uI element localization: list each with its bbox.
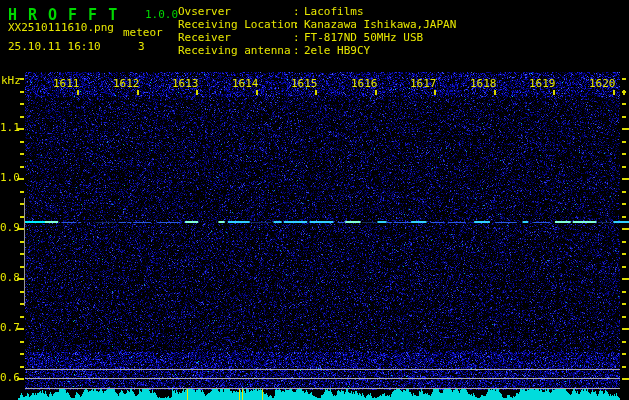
- info-row-receiver: Receiver:FT-817ND 50MHz USB: [178, 31, 456, 44]
- filename: XX2510111610.png: [8, 22, 114, 34]
- info-value: Lacofilms: [304, 5, 364, 18]
- info-label: Receiving antenna: [178, 44, 293, 57]
- time-tick-label: 1611: [53, 78, 80, 90]
- info-row-receiving-location: Receiving Location:Kanazawa Ishikawa,JAP…: [178, 18, 456, 31]
- info-row-ovserver: Ovserver:Lacofilms: [178, 5, 456, 18]
- time-tick-label: 1613: [172, 78, 199, 90]
- time-tick-label: 1617: [410, 78, 437, 90]
- info-separator: :: [293, 44, 304, 57]
- mode-label: meteor: [123, 27, 163, 39]
- info-value: FT-817ND 50MHz USB: [304, 31, 423, 44]
- time-tick-label: 1620: [589, 78, 616, 90]
- app-version: 1.0.0: [145, 9, 178, 21]
- info-row-receiving-antenna: Receiving antenna:2ele HB9CY: [178, 44, 456, 57]
- time-tick-label: 1615: [291, 78, 318, 90]
- info-separator: :: [293, 5, 304, 18]
- info-separator: :: [293, 18, 304, 31]
- info-label: Receiving Location: [178, 18, 293, 31]
- time-tick-label: 1612: [113, 78, 140, 90]
- meteor-count: 3: [138, 41, 145, 53]
- spectrogram-canvas: [0, 0, 629, 400]
- freq-tick-label: 0.6: [0, 372, 16, 384]
- freq-axis-unit-label: kHz: [1, 75, 21, 87]
- freq-tick-label: 0.8: [0, 272, 16, 284]
- time-tick-label: 1614: [232, 78, 259, 90]
- time-tick-label: 1619: [529, 78, 556, 90]
- info-label: Ovserver: [178, 5, 293, 18]
- info-label: Receiver: [178, 31, 293, 44]
- time-tick-label: 1618: [470, 78, 497, 90]
- info-separator: :: [293, 31, 304, 44]
- freq-tick-label: 0.9: [0, 222, 16, 234]
- info-value: Kanazawa Ishikawa,JAPAN: [304, 18, 456, 31]
- observation-info: Ovserver:LacofilmsReceiving Location:Kan…: [178, 5, 456, 57]
- time-tick-label: 1616: [351, 78, 378, 90]
- datetime: 25.10.11 16:10: [8, 41, 101, 53]
- info-value: 2ele HB9CY: [304, 44, 370, 57]
- freq-tick-label: 1.1: [0, 122, 16, 134]
- freq-tick-label: 1.0: [0, 172, 16, 184]
- hrofft-window: HROFFT 1.0.0 XX2510111610.png meteor 25.…: [0, 0, 629, 400]
- freq-tick-label: 0.7: [0, 322, 16, 334]
